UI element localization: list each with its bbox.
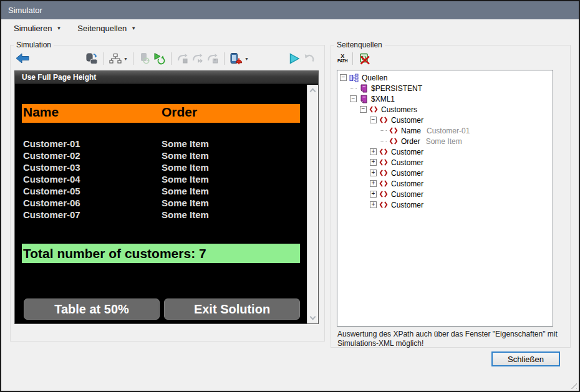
- tree-node[interactable]: + Customer: [337, 199, 553, 210]
- table-row: Customer-03 Some Item: [22, 161, 300, 173]
- tree-node[interactable]: + Customer: [337, 168, 553, 178]
- header-name: Name: [23, 105, 59, 120]
- order-item-cell: Some Item: [162, 150, 209, 161]
- customer-name-cell: Customer-05: [23, 186, 80, 196]
- table-at-50-button[interactable]: Table at 50%: [24, 299, 160, 320]
- device-page-body: Name Order Customer-01 Some Item Custome…: [15, 85, 307, 323]
- element-icon: [389, 127, 398, 134]
- restart-simulation-button[interactable]: [152, 51, 167, 66]
- customer-name-cell: Customer-07: [23, 209, 80, 220]
- expand-toggle[interactable]: +: [370, 180, 377, 187]
- page-sources-tree: − Quellen $PERSISTENT − $XML1 − Customer…: [337, 70, 553, 327]
- toolbar-separator: [171, 52, 172, 65]
- tree-node[interactable]: $PERSISTENT: [337, 83, 553, 93]
- expand-toggle[interactable]: +: [370, 159, 377, 166]
- back-button[interactable]: [14, 50, 31, 65]
- table-header-row: Name Order: [22, 104, 300, 123]
- tree-node-label: Customer: [391, 116, 423, 125]
- simulation-toolbar-right: [287, 51, 317, 66]
- tree-node[interactable]: − Quellen: [337, 72, 553, 83]
- tree-node-label: $XML1: [371, 95, 395, 103]
- menu-simulieren-label: Simulieren: [14, 24, 52, 33]
- clear-xpath-icon: [358, 52, 371, 65]
- sources-toolbar: XPATH: [335, 50, 566, 68]
- xpath-eval-icon: XPATH: [337, 54, 347, 63]
- tree-node[interactable]: − Customers: [337, 104, 553, 115]
- tree-node-label: $PERSISTENT: [371, 84, 422, 93]
- table-row: Customer-07 Some Item: [22, 209, 300, 221]
- undo-button[interactable]: [302, 51, 317, 66]
- device-rotate-icon: [85, 52, 99, 65]
- resume-simulation-button[interactable]: [190, 51, 205, 66]
- tree-node-label: Customer: [391, 179, 423, 188]
- xpath-eval-button[interactable]: XPATH: [336, 51, 349, 66]
- collapse-toggle[interactable]: −: [360, 106, 367, 113]
- page-icon: [359, 95, 368, 103]
- save-state-button[interactable]: [205, 51, 220, 66]
- table-row: Customer-02 Some Item: [22, 150, 300, 161]
- element-icon: [369, 106, 378, 113]
- expand-toggle[interactable]: +: [370, 170, 377, 176]
- notifications-button[interactable]: ▼: [228, 51, 250, 66]
- exit-solution-button[interactable]: Exit Solution: [164, 299, 300, 320]
- tree-node[interactable]: − $XML1: [337, 93, 553, 104]
- menu-seitenquellen[interactable]: Seitenquellen ▼: [72, 22, 141, 35]
- collapse-toggle[interactable]: −: [350, 95, 357, 102]
- menubar: Simulieren ▼ Seitenquellen ▼: [1, 19, 579, 37]
- tree-node-value: Customer-01: [427, 127, 470, 135]
- element-icon: [379, 148, 388, 155]
- customer-name-cell: Customer-04: [23, 174, 80, 184]
- back-icon: [16, 53, 29, 64]
- scroll-up-icon[interactable]: [310, 88, 316, 95]
- table-row: Customer-01 Some Item: [22, 138, 300, 150]
- expand-toggle[interactable]: +: [370, 148, 377, 155]
- toolbar-separator: [224, 52, 225, 65]
- chevron-down-icon: ▼: [131, 26, 136, 31]
- order-item-cell: Some Item: [162, 198, 209, 208]
- tree-node[interactable]: + Customer: [337, 157, 553, 168]
- device-page-titlebar: Use Full Page Height: [15, 71, 318, 84]
- device-scrollbar[interactable]: [307, 85, 318, 323]
- page-layout-button[interactable]: ▼: [108, 51, 129, 66]
- element-icon: [379, 170, 388, 176]
- tree-node[interactable]: + Customer: [337, 146, 553, 157]
- restart-simulation-icon: [153, 52, 166, 65]
- tree-node[interactable]: NameCustomer-01: [337, 125, 553, 136]
- reload-page-icon: [138, 52, 151, 65]
- customer-name-cell: Customer-03: [23, 162, 80, 173]
- order-item-cell: Some Item: [162, 138, 209, 149]
- collapse-toggle[interactable]: −: [370, 117, 377, 123]
- scroll-down-icon[interactable]: [310, 314, 316, 320]
- tree-node-label: Customer: [391, 201, 423, 209]
- element-icon: [379, 201, 388, 208]
- customer-name-cell: Customer-01: [23, 138, 80, 149]
- tree-node-label: Name: [401, 127, 421, 135]
- tree-node-label: Customers: [381, 105, 417, 114]
- clear-xpath-button[interactable]: [357, 51, 372, 66]
- chevron-down-icon: ▼: [244, 57, 249, 61]
- simulation-toolbar: ▼▼: [14, 50, 321, 68]
- play-button[interactable]: [287, 51, 302, 66]
- simulation-panel-title: Simulation: [14, 41, 54, 49]
- total-customers-label: Total number of customers: 7: [22, 244, 300, 263]
- reload-page-button[interactable]: [137, 51, 152, 66]
- resize-grip[interactable]: [569, 381, 577, 389]
- simulation-toolbar-strip: ▼▼: [84, 51, 250, 66]
- tree-node[interactable]: + Customer: [337, 189, 553, 199]
- tree-node[interactable]: + Customer: [337, 178, 553, 189]
- sources-toolbar-strip: XPATH: [336, 51, 372, 66]
- tree-node[interactable]: OrderSome Item: [337, 136, 553, 146]
- stop-simulation-button[interactable]: [175, 51, 190, 66]
- expand-toggle[interactable]: +: [370, 191, 377, 198]
- close-button[interactable]: Schließen: [491, 351, 560, 366]
- menu-simulieren[interactable]: Simulieren ▼: [9, 22, 66, 35]
- tree-connector: [380, 130, 387, 131]
- tree-node[interactable]: − Customer: [337, 115, 553, 125]
- notifications-icon: [230, 52, 243, 65]
- collapse-toggle[interactable]: −: [340, 74, 347, 81]
- tree-node-label: Order: [401, 137, 420, 146]
- device-button-row: Table at 50% Exit Solution: [24, 299, 300, 320]
- expand-toggle[interactable]: +: [370, 201, 377, 208]
- element-icon: [389, 138, 398, 145]
- device-rotate-button[interactable]: [84, 51, 100, 66]
